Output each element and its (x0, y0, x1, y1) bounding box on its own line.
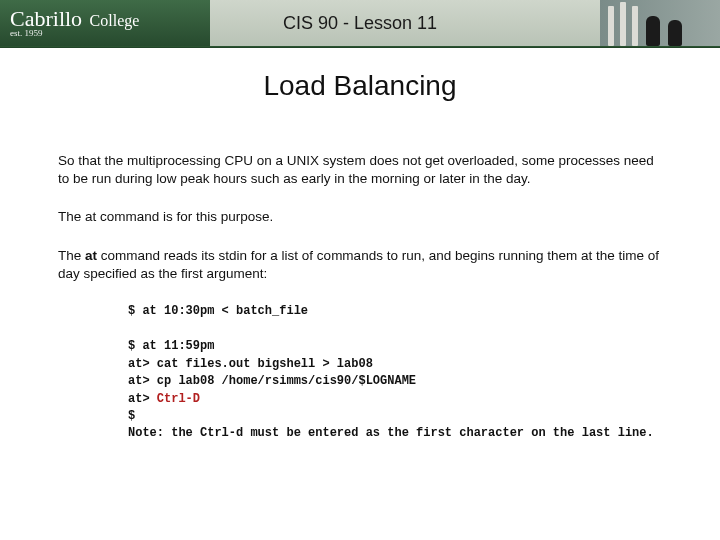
slide-title: Load Balancing (0, 70, 720, 102)
code-line: $ at 10:30pm < batch_file (128, 303, 662, 320)
code-example-2: $ at 11:59pm at> cat files.out bigshell … (128, 338, 662, 442)
ctrl-d: Ctrl-D (157, 392, 200, 406)
code-line: at> Ctrl-D (128, 391, 662, 408)
code-line: $ at 11:59pm (128, 338, 662, 355)
code-line: at> cat files.out bigshell > lab08 (128, 356, 662, 373)
slide-body: So that the multiprocessing CPU on a UNI… (0, 152, 720, 443)
code-example-1: $ at 10:30pm < batch_file (128, 303, 662, 320)
paragraph-1: So that the multiprocessing CPU on a UNI… (58, 152, 662, 188)
header-photo (600, 0, 720, 46)
code-line: Note: the Ctrl-d must be entered as the … (128, 425, 662, 442)
header-rule (0, 46, 720, 48)
code-line: $ (128, 408, 662, 425)
paragraph-2: The at command is for this purpose. (58, 208, 662, 226)
code-line: at> cp lab08 /home/rsimms/cis90/$LOGNAME (128, 373, 662, 390)
slide-header: Cabrillo College est. 1959 CIS 90 - Less… (0, 0, 720, 46)
paragraph-3: The at command reads its stdin for a lis… (58, 247, 662, 283)
